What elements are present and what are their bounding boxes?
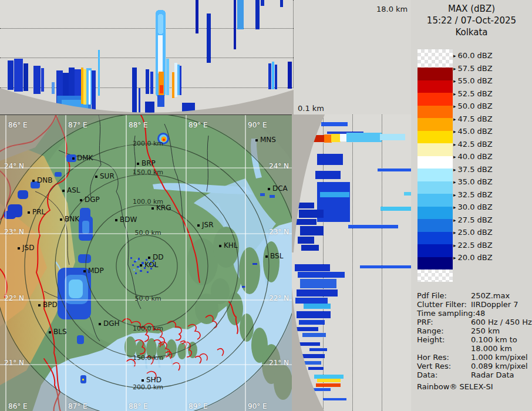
legend-entry: ▸35.0 dBZ <box>453 177 493 186</box>
metadata-label: Clutter Filter: <box>417 300 471 309</box>
longitude-label: 87° E <box>68 402 87 410</box>
metadata-row: Data:Radar Data <box>417 370 532 379</box>
legend-tick-arrow: ▸ <box>453 167 456 173</box>
city-marker-dot <box>18 247 20 250</box>
latitude-label: 21° N <box>4 359 24 367</box>
min-height-label: 0.1 km <box>298 104 324 113</box>
city-label: DMK <box>77 154 93 162</box>
longitude-label: 89° E <box>188 121 208 129</box>
legend-entry-label: 47.5 dBZ <box>458 114 493 123</box>
longitude-label: 88° E <box>129 402 148 410</box>
latitude-label: 21° N <box>269 359 289 367</box>
city-label: JSR <box>202 221 214 229</box>
range-ring-label: 200.0 km <box>133 383 163 391</box>
legend-entry-label: 40.0 dBZ <box>458 152 493 161</box>
legend-entry: ▸30.0 dBZ <box>453 203 493 211</box>
city-marker-dot <box>265 255 268 258</box>
legend-band <box>417 207 453 220</box>
longitude-label: 86° E <box>8 402 28 410</box>
legend-tick-arrow: ▸ <box>453 53 456 59</box>
legend-entry: ▸60.0 dBZ <box>453 51 493 60</box>
legend-band <box>417 131 453 144</box>
city-marker-dot <box>49 331 51 333</box>
city-marker-dot <box>219 245 221 247</box>
legend-entry: ▸50.0 dBZ <box>453 102 493 110</box>
metadata-label: Range: <box>417 326 471 335</box>
metadata-value: IIRDoppler 7 <box>471 300 518 309</box>
city-label: DCA <box>272 184 288 193</box>
metadata-row: Hor Res:1.000 km/pixel <box>417 353 532 362</box>
legend-panel: MAX (dBZ) 15:22 / 07-Oct-2025 Kolkata Pd… <box>411 0 532 411</box>
city-marker-dot <box>60 218 62 221</box>
latitude-label: 22° N <box>4 294 24 302</box>
legend-entry: ▸22.5 dBZ <box>453 241 493 250</box>
legend-band <box>417 143 453 156</box>
software-brand: Rainbow® SELEX-SI <box>417 382 532 391</box>
legend-entry: ▸55.0 dBZ <box>453 76 493 85</box>
legend-band <box>417 80 453 93</box>
city-marker-dot <box>83 270 86 272</box>
legend-band-transparent-top <box>417 49 453 68</box>
metadata-value: 48 <box>476 309 486 318</box>
legend-band <box>417 93 453 106</box>
range-ring-label: 150.0 km <box>133 354 163 362</box>
latitude-label: 23° N <box>269 228 289 236</box>
legend-entry-label: 52.5 dBZ <box>458 89 493 98</box>
vertical-cross-section-side <box>292 114 415 411</box>
legend-tick-arrow: ▸ <box>453 142 456 147</box>
legend-tick-arrow: ▸ <box>453 129 456 134</box>
city-marker-dot <box>140 264 142 267</box>
metadata-value: 18.000 km <box>471 344 512 353</box>
legend-entry: ▸42.5 dBZ <box>453 140 493 149</box>
legend-entry: ▸25.0 dBZ <box>453 228 493 237</box>
radar-display-window: 86° E86° E87° E87° E88° E88° E89° E89° E… <box>0 0 532 411</box>
metadata-value: 1.000 km/pixel <box>471 353 528 362</box>
city-label: PRL <box>32 208 45 216</box>
city-label: KRG <box>156 204 171 212</box>
metadata-label: Data: <box>417 370 471 379</box>
longitude-label: 90° E <box>248 402 267 410</box>
metadata-label: PRF: <box>417 318 471 326</box>
metadata-label: Hor Res: <box>417 353 471 362</box>
legend-entry: ▸40.0 dBZ <box>453 152 493 161</box>
legend-tick-arrow: ▸ <box>453 91 456 97</box>
legend-entry-label: 55.0 dBZ <box>458 76 493 85</box>
legend-entry-label: 35.0 dBZ <box>458 177 493 186</box>
legend-entry: ▸37.5 dBZ <box>453 165 493 174</box>
city-label: SUR <box>100 172 115 180</box>
city-marker-dot <box>28 211 30 214</box>
metadata-label: Vert Res: <box>417 362 471 370</box>
metadata-row: Height:0.100 km to <box>417 335 532 344</box>
metadata-value: 250 km <box>471 326 500 335</box>
legend-entry-label: 50.0 dBZ <box>458 102 493 110</box>
legend-band <box>417 244 453 257</box>
city-marker-dot <box>80 199 82 201</box>
city-marker-dot <box>115 219 117 221</box>
city-label: DGP <box>85 196 100 204</box>
metadata-label: Time sampling: <box>417 309 476 318</box>
city-marker-dot <box>151 207 154 210</box>
metadata-row: Range:250 km <box>417 326 532 335</box>
longitude-label: 87° E <box>68 121 87 129</box>
city-label: DNB <box>37 176 52 184</box>
metadata-row: Time sampling:48 <box>417 309 532 318</box>
city-label: KHL <box>224 241 238 250</box>
legend-entry-label: 22.5 dBZ <box>458 241 493 250</box>
legend-band <box>417 169 453 181</box>
legend-entry: ▸20.0 dBZ <box>453 253 493 262</box>
legend-tick-arrow: ▸ <box>453 230 456 235</box>
legend-tick-arrow: ▸ <box>453 204 456 210</box>
range-ring-label: 50.0 km <box>134 295 161 302</box>
vertical-cross-section-top <box>0 0 294 114</box>
legend-entry: ▸57.5 dBZ <box>453 64 493 73</box>
legend-entry-label: 25.0 dBZ <box>458 228 493 237</box>
top-cross-section-graphic <box>0 0 294 114</box>
metadata-value: Radar Data <box>471 370 514 379</box>
legend-band <box>417 232 453 245</box>
legend-band <box>417 194 453 207</box>
city-marker-dot <box>142 379 144 382</box>
legend-tick-arrow: ▸ <box>453 242 456 248</box>
city-label: BLS <box>53 328 67 336</box>
city-label: DD <box>153 253 163 261</box>
metadata-label: Height: <box>417 335 471 344</box>
